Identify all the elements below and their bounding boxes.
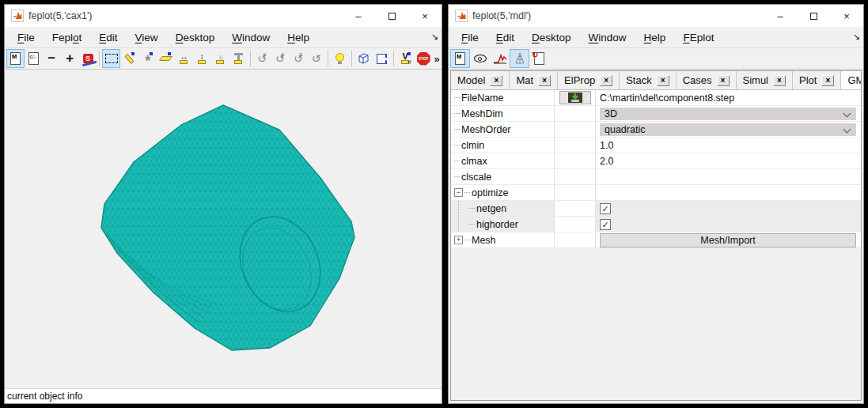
yellow-box-icon <box>234 60 242 64</box>
lighting-button[interactable] <box>331 49 349 68</box>
close-tab-icon[interactable]: × <box>821 75 834 86</box>
menu-edit[interactable]: Edit <box>490 30 521 45</box>
close-tab-icon[interactable]: × <box>490 75 502 86</box>
response-plot-button[interactable] <box>490 49 510 68</box>
meshorder-dropdown[interactable]: quadratic <box>600 123 856 136</box>
close-tab-icon[interactable]: × <box>717 75 730 86</box>
meshdim-dropdown[interactable]: 3D <box>600 108 856 120</box>
menu-feplot[interactable]: Feplot <box>46 30 89 45</box>
model-properties-button[interactable]: M <box>450 49 470 68</box>
rotate-x-button[interactable]: x↺ <box>253 49 271 68</box>
select-region-button[interactable] <box>102 49 120 68</box>
minus-icon: − <box>47 52 55 65</box>
menu-desktop[interactable]: Desktop <box>169 30 222 45</box>
edit-node-button[interactable] <box>120 49 138 68</box>
menu-view[interactable]: View <box>129 30 165 45</box>
toolbar-separator <box>393 51 394 66</box>
menu-edit[interactable]: Edit <box>93 30 123 45</box>
tab-simul[interactable]: Simul× <box>737 71 794 89</box>
property-label: FileName <box>461 93 504 104</box>
add-marker-button[interactable]: * <box>138 49 157 68</box>
document-m-icon: M <box>10 52 21 65</box>
tab-mat[interactable]: Mat× <box>510 71 558 89</box>
property-label: clscale <box>461 172 491 183</box>
left-maximize-button[interactable] <box>375 5 408 27</box>
maximize-icon <box>810 13 817 20</box>
view-button[interactable] <box>470 49 490 68</box>
object-info-button[interactable]: o:- <box>25 49 43 68</box>
view-2d-button[interactable] <box>373 49 391 68</box>
translate-horizontal-button[interactable]: ↔ <box>175 49 193 68</box>
left-title-bar[interactable]: feplot(5,'cax1') – × <box>5 5 442 27</box>
toolbar-separator <box>351 51 352 66</box>
rotate-free-button[interactable]: ↺ <box>307 49 325 68</box>
close-tab-icon[interactable]: × <box>657 75 669 86</box>
collapse-icon[interactable]: − <box>454 188 463 197</box>
right-minimize-button[interactable]: – <box>764 5 797 27</box>
tab-cases[interactable]: Cases× <box>677 71 737 89</box>
menu-window[interactable]: Window <box>582 30 633 45</box>
zoom-in-button[interactable]: + <box>61 49 79 68</box>
arrow-lr-icon: ↔ <box>180 53 188 60</box>
tab-plot[interactable]: Plot× <box>793 71 841 89</box>
zoom-out-button[interactable]: − <box>43 49 61 68</box>
close-tab-icon[interactable]: × <box>538 75 551 86</box>
table-row-mesh: +Mesh Mesh/Import <box>451 232 861 248</box>
menu-window[interactable]: Window <box>226 30 276 45</box>
left-minimize-button[interactable]: – <box>342 5 375 27</box>
highorder-checkbox[interactable]: ✓ <box>600 219 611 230</box>
clmin-value[interactable]: 1.0 <box>600 140 613 151</box>
expand-icon[interactable]: + <box>454 236 463 244</box>
property-label: Mesh <box>472 235 496 246</box>
clmax-value[interactable]: 2.0 <box>600 156 613 167</box>
menu-file[interactable]: File <box>11 30 41 45</box>
right-close-button[interactable]: × <box>830 5 863 27</box>
tab-model[interactable]: Model× <box>451 71 510 89</box>
netgen-checkbox[interactable]: ✓ <box>600 203 611 214</box>
menu-help[interactable]: Help <box>638 30 673 45</box>
model-3d-viewport[interactable] <box>5 70 442 388</box>
node-dot <box>168 52 171 55</box>
meshed-component <box>101 105 354 350</box>
mesh-view-button[interactable] <box>510 49 529 68</box>
project-nodes-button[interactable]: ↓↓ <box>211 49 229 68</box>
model-properties-button[interactable]: M <box>6 49 25 68</box>
orient-marker-button[interactable] <box>157 49 175 68</box>
tab-stack[interactable]: Stack× <box>620 71 677 89</box>
mesh-import-button[interactable]: Mesh/Import <box>600 233 856 247</box>
stop-button[interactable]: STOP <box>415 49 433 68</box>
translate-vertical-button[interactable]: ↕ <box>193 49 211 68</box>
left-close-button[interactable]: × <box>408 5 442 27</box>
close-tab-icon[interactable]: × <box>773 75 786 86</box>
table-row-filename: FileName C:\martin\del\component8.step <box>451 90 861 106</box>
rotate-z-button[interactable]: z↺ <box>289 49 307 68</box>
view-3d-button[interactable] <box>354 49 373 68</box>
table-row-clscale: clscale <box>451 169 861 185</box>
menu-desktop[interactable]: Desktop <box>525 30 578 45</box>
sdt-button[interactable]: S <box>79 49 97 68</box>
menu-help[interactable]: Help <box>281 30 316 45</box>
right-title-bar[interactable]: feplot(5,'mdl') – × <box>449 5 863 27</box>
build-tool-button[interactable] <box>229 49 248 68</box>
toolbar-separator <box>250 51 251 66</box>
dock-figure-icon[interactable]: ↘ <box>853 32 860 42</box>
toolbar-separator <box>328 51 328 66</box>
menu-feplot[interactable]: FEplot <box>677 30 720 45</box>
menu-file[interactable]: File <box>455 30 485 45</box>
stop-sign-icon: STOP <box>417 52 430 66</box>
right-maximize-button[interactable] <box>797 5 830 27</box>
tab-elprop[interactable]: ElProp× <box>558 71 620 89</box>
dock-figure-icon[interactable]: ↘ <box>431 32 438 42</box>
refresh-model-button[interactable]: ↻ <box>529 49 549 68</box>
tower-icon <box>514 52 526 65</box>
toolbar-overflow-chevron[interactable]: » <box>434 53 440 65</box>
browse-file-button[interactable] <box>559 91 591 104</box>
marker-icon <box>159 56 172 61</box>
close-tab-icon[interactable]: × <box>600 75 612 86</box>
rotate-y-button[interactable]: y↺ <box>271 49 289 68</box>
yellow-box-icon <box>198 60 206 64</box>
tab-gmsh[interactable]: GMSH× <box>841 71 862 89</box>
node-dot <box>407 52 411 55</box>
node-text-button[interactable]: V# <box>396 49 415 68</box>
filename-value[interactable]: C:\martin\del\component8.step <box>600 93 734 104</box>
